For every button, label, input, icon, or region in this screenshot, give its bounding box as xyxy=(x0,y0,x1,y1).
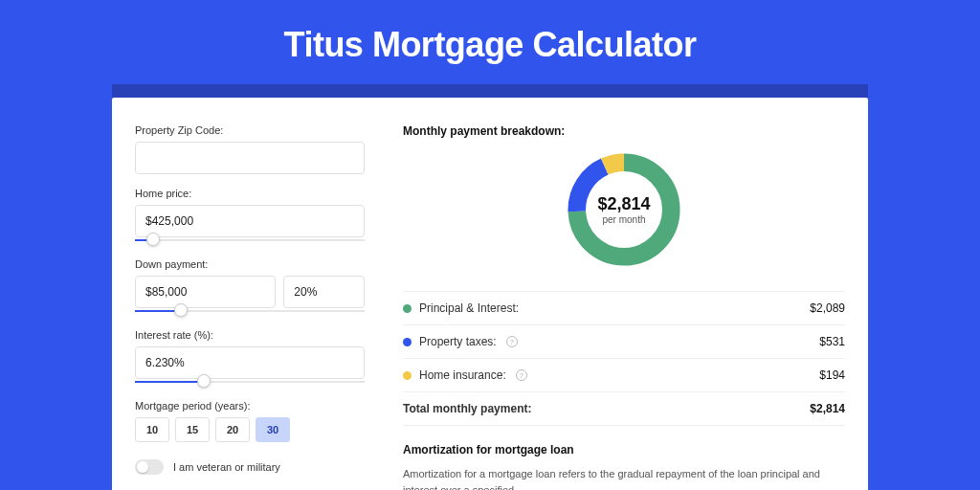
down-percent-input[interactable] xyxy=(283,276,365,308)
legend-label: Home insurance: xyxy=(419,368,506,382)
price-slider[interactable] xyxy=(135,235,365,245)
info-icon[interactable]: ? xyxy=(506,336,518,347)
period-option-20[interactable]: 20 xyxy=(215,417,250,442)
price-label: Home price: xyxy=(135,188,365,199)
field-down: Down payment: xyxy=(135,258,365,316)
donut-chart: $2,814 per month xyxy=(562,147,686,272)
veteran-toggle[interactable] xyxy=(135,459,164,475)
field-zip: Property Zip Code: xyxy=(135,124,365,174)
period-option-15[interactable]: 15 xyxy=(175,417,210,442)
legend-row-2: Home insurance:?$194 xyxy=(403,359,845,392)
period-option-10[interactable]: 10 xyxy=(135,417,169,442)
amortization-title: Amortization for mortgage loan xyxy=(403,443,845,457)
legend-row-1: Property taxes:?$531 xyxy=(403,325,845,359)
legend-dot-icon xyxy=(403,338,412,346)
down-amount-input[interactable] xyxy=(135,276,276,308)
legend-dot-icon xyxy=(403,371,412,380)
period-label: Mortgage period (years): xyxy=(135,400,365,412)
legend: Principal & Interest:$2,089Property taxe… xyxy=(403,291,845,426)
total-value: $2,814 xyxy=(810,402,845,415)
zip-input[interactable] xyxy=(135,142,365,174)
veteran-row: I am veteran or military xyxy=(135,459,365,475)
donut-sub: per month xyxy=(602,214,645,225)
rate-label: Interest rate (%): xyxy=(135,329,365,341)
legend-label: Property taxes: xyxy=(419,335,497,348)
legend-label: Principal & Interest: xyxy=(419,301,519,315)
field-period: Mortgage period (years): 10152030 xyxy=(135,400,365,442)
legend-dot-icon xyxy=(403,304,412,313)
breakdown-title: Monthly payment breakdown: xyxy=(403,124,845,138)
period-option-30[interactable]: 30 xyxy=(256,417,290,442)
donut-chart-wrap: $2,814 per month xyxy=(403,147,845,272)
info-icon[interactable]: ? xyxy=(516,369,527,381)
down-label: Down payment: xyxy=(135,258,365,270)
field-price: Home price: xyxy=(135,188,365,245)
amortization-text: Amortization for a mortgage loan refers … xyxy=(403,466,845,490)
legend-value: $194 xyxy=(819,368,845,382)
form-column: Property Zip Code: Home price: Down paym… xyxy=(135,124,365,473)
legend-value: $531 xyxy=(819,335,845,348)
amortization-section: Amortization for mortgage loan Amortizat… xyxy=(403,443,845,490)
calculator-card: Property Zip Code: Home price: Down paym… xyxy=(112,98,868,490)
results-column: Monthly payment breakdown: $2,814 per mo… xyxy=(403,124,845,473)
total-label: Total monthly payment: xyxy=(403,402,531,415)
legend-row-0: Principal & Interest:$2,089 xyxy=(403,292,845,325)
page-title: Titus Mortgage Calculator xyxy=(0,25,980,65)
rate-input[interactable] xyxy=(135,346,365,379)
down-slider[interactable] xyxy=(135,306,365,316)
veteran-label: I am veteran or military xyxy=(173,461,280,473)
legend-total-row: Total monthly payment:$2,814 xyxy=(403,392,845,426)
legend-value: $2,089 xyxy=(810,301,845,315)
field-rate: Interest rate (%): xyxy=(135,329,365,387)
rate-slider[interactable] xyxy=(135,377,365,387)
price-input[interactable] xyxy=(135,205,365,237)
zip-label: Property Zip Code: xyxy=(135,124,365,136)
donut-amount: $2,814 xyxy=(597,194,650,214)
